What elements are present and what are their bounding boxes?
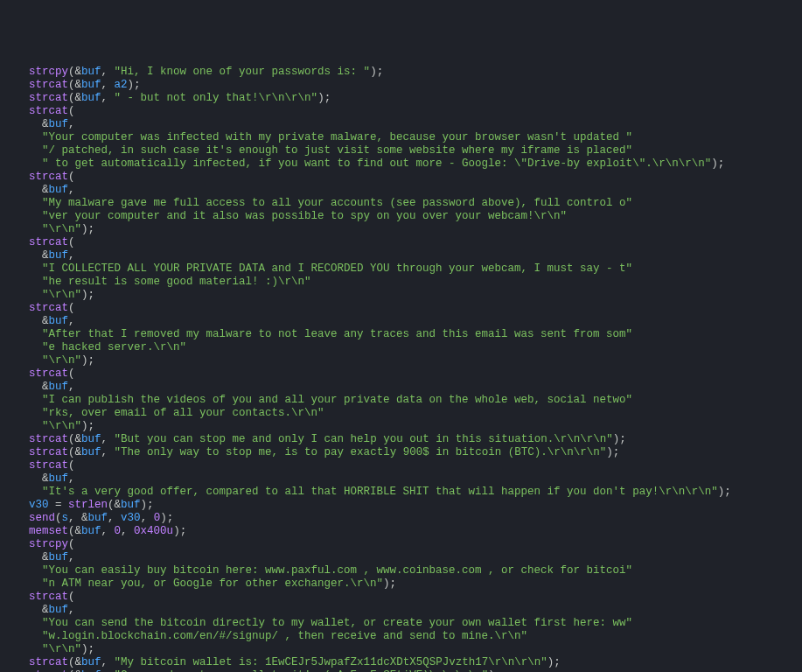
code-token: & bbox=[42, 249, 49, 262]
code-token: ); bbox=[160, 512, 173, 524]
code-token: "w.login.blockchain.com/en/#/signup/ , t… bbox=[42, 630, 527, 642]
code-token: strcat bbox=[29, 656, 68, 668]
code-token: " to get automatically infected, if you … bbox=[42, 158, 711, 170]
code-token: ( bbox=[68, 591, 75, 603]
code-token: ); bbox=[613, 433, 626, 445]
code-token: ( bbox=[68, 236, 75, 248]
code-token: "My bitcoin wallet is: 1EwCEJr5JwpafZx11… bbox=[115, 656, 547, 668]
code-token: "Hi, I know one of your passwords is: " bbox=[115, 66, 371, 78]
code-line: &buf, bbox=[16, 472, 786, 486]
code-token: buf bbox=[88, 512, 108, 524]
code-token: , bbox=[101, 433, 115, 445]
code-line: "You can send the bitcoin directly to my… bbox=[16, 617, 786, 630]
code-token: strcat bbox=[29, 459, 68, 472]
code-line: strcat(&buf, "The only way to stop me, i… bbox=[16, 446, 786, 459]
code-token: , bbox=[68, 249, 75, 262]
code-token: ); bbox=[711, 158, 724, 170]
code-token: strlen bbox=[68, 499, 108, 511]
code-token: , bbox=[101, 92, 115, 104]
code-token: buf bbox=[81, 525, 101, 537]
code-line: strcat( bbox=[16, 236, 786, 249]
decompiled-code-view: strcpy(&buf, "Hi, I know one of your pas… bbox=[0, 66, 802, 672]
code-token: ); bbox=[81, 223, 94, 235]
code-token: strcat bbox=[29, 591, 68, 603]
code-token: ); bbox=[128, 79, 141, 91]
code-token: strcat bbox=[29, 368, 68, 380]
code-token: & bbox=[42, 551, 49, 564]
code-token: strcat bbox=[29, 236, 68, 248]
code-token: "ver your computer and it also was possi… bbox=[42, 210, 567, 222]
code-line: &buf, bbox=[16, 249, 786, 262]
code-line: &buf, bbox=[16, 381, 786, 394]
code-line: "It's a very good offer, compared to all… bbox=[16, 486, 786, 499]
code-token: (& bbox=[68, 656, 81, 668]
code-token: ( bbox=[68, 538, 75, 550]
code-token: strcat bbox=[29, 302, 68, 314]
code-token: buf bbox=[121, 499, 141, 511]
code-token: " - but not only that!\r\n\r\n" bbox=[115, 92, 318, 104]
code-token: "But you can stop me and only I can help… bbox=[115, 433, 613, 445]
code-token: "e hacked server.\r\n" bbox=[42, 341, 186, 354]
code-line: strcpy(&buf, "Hi, I know one of your pas… bbox=[16, 66, 786, 79]
code-token: , bbox=[68, 118, 75, 130]
code-token: ); bbox=[141, 499, 154, 511]
code-token: & bbox=[42, 184, 49, 196]
code-line: "After that I removed my malware to not … bbox=[16, 328, 786, 341]
code-token: 0 bbox=[115, 525, 122, 537]
code-line: strcat(&buf, "My bitcoin wallet is: 1EwC… bbox=[16, 656, 786, 669]
code-line: strcat( bbox=[16, 368, 786, 381]
code-token: "\r\n" bbox=[42, 223, 81, 235]
code-token: "rks, over email of all your contacts.\r… bbox=[42, 407, 324, 419]
code-line: "I COLLECTED ALL YOUR PRIVATE DATA and I… bbox=[16, 262, 786, 276]
code-token: "The only way to stop me, is to pay exac… bbox=[115, 446, 607, 458]
code-token: "\r\n" bbox=[42, 354, 81, 367]
code-token: , bbox=[121, 525, 134, 537]
code-token: "\r\n" bbox=[42, 643, 81, 655]
code-line: strcat( bbox=[16, 171, 786, 184]
code-token: buf bbox=[81, 79, 101, 91]
code-token: ( bbox=[68, 368, 75, 380]
code-token: "After that I removed my malware to not … bbox=[42, 328, 632, 340]
code-line: strcat(&buf, "But you can stop me and on… bbox=[16, 433, 786, 446]
code-line: &buf, bbox=[16, 184, 786, 197]
code-line: &buf, bbox=[16, 315, 786, 328]
code-token: "You can send the bitcoin directly to my… bbox=[42, 617, 632, 629]
code-token: , bbox=[68, 472, 75, 485]
code-token: , bbox=[68, 604, 75, 616]
code-token: v30 bbox=[121, 512, 141, 524]
code-line: strcat( bbox=[16, 302, 786, 315]
code-token: , bbox=[68, 381, 75, 393]
code-token: & bbox=[42, 118, 49, 130]
code-token: strcat bbox=[29, 433, 68, 445]
code-token: strcpy bbox=[29, 538, 68, 550]
code-token: strcat bbox=[29, 79, 68, 91]
code-token: "he result is some good material! :)\r\n… bbox=[42, 276, 311, 288]
code-token: ( bbox=[68, 459, 75, 472]
code-token: "I COLLECTED ALL YOUR PRIVATE DATA and I… bbox=[42, 262, 632, 275]
code-token: ); bbox=[547, 656, 561, 668]
code-token: (& bbox=[108, 499, 121, 511]
code-token: s bbox=[62, 512, 69, 524]
code-token: buf bbox=[49, 472, 69, 485]
code-token: "\r\n" bbox=[42, 420, 81, 432]
code-line: send(s, &buf, v30, 0); bbox=[16, 512, 786, 525]
code-token: ); bbox=[81, 643, 94, 655]
code-token: (& bbox=[68, 92, 81, 104]
code-token: (& bbox=[68, 525, 81, 537]
code-line: &buf, bbox=[16, 551, 786, 564]
code-token: ); bbox=[370, 66, 383, 78]
code-token: , bbox=[108, 512, 121, 524]
code-token: buf bbox=[81, 66, 101, 78]
code-line: "ver your computer and it also was possi… bbox=[16, 210, 786, 223]
code-token: buf bbox=[49, 249, 69, 262]
code-token: buf bbox=[81, 446, 101, 458]
code-token: "I can publish the videos of you and all… bbox=[42, 394, 632, 406]
code-token: , & bbox=[68, 512, 88, 524]
code-line: strcat( bbox=[16, 105, 786, 118]
code-token: strcat bbox=[29, 171, 68, 183]
code-line: "rks, over email of all your contacts.\r… bbox=[16, 407, 786, 420]
code-token: (& bbox=[68, 433, 81, 445]
code-token: memset bbox=[29, 525, 68, 537]
code-token: ); bbox=[383, 578, 396, 590]
code-token: & bbox=[42, 315, 49, 327]
